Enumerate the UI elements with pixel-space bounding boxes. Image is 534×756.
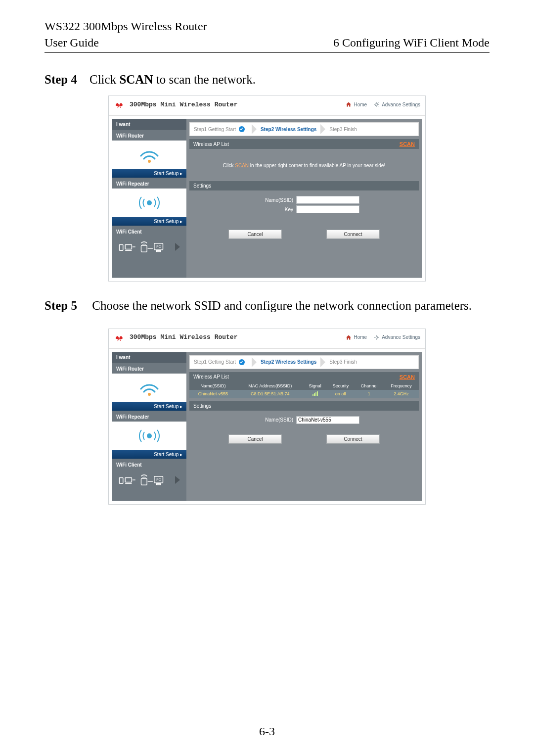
cancel-button[interactable]: Cancel: [228, 434, 282, 444]
chevron-right-icon: [175, 476, 180, 484]
sidebar-iwant: I want: [112, 119, 186, 130]
settings-label: Settings: [193, 403, 211, 409]
advance-settings-link[interactable]: Advance Settings: [374, 334, 420, 340]
router-title: 300Mbps Mini Wireless Router: [130, 101, 237, 108]
step5-block: Step 5 Choose the network SSID and confi…: [44, 296, 490, 316]
chevron-icon: [320, 357, 325, 367]
advance-label: Advance Settings: [382, 102, 420, 107]
svg-rect-12: [125, 245, 132, 249]
sidebar-wifi-router: WiFi Router: [112, 363, 186, 372]
svg-line-5: [375, 103, 376, 104]
sidebar-wifi-repeater: WiFi Repeater: [112, 178, 186, 187]
ap-table-header: Name(SSID) MAC Address(BSSID) Signal Sec…: [189, 382, 419, 390]
svg-rect-27: [119, 477, 123, 483]
sidebar-wifi-client: WiFi Client: [112, 226, 186, 235]
advance-settings-link[interactable]: Advance Settings: [374, 101, 420, 107]
check-icon: ✔: [239, 126, 245, 132]
advance-label: Advance Settings: [382, 334, 420, 340]
step4-line: Step 4 Click SCAN to scan the network.: [44, 73, 490, 87]
ap-table-row[interactable]: ChinaNet-v555 C8:D1:5E:51:AB:74 on off 1…: [189, 390, 419, 398]
sidebar-iwant: I want: [112, 352, 186, 363]
start-setup-router[interactable]: Start Setup ▸: [112, 402, 186, 411]
scan-button[interactable]: SCAN: [400, 141, 415, 147]
svg-point-26: [147, 434, 151, 438]
chevron-right-icon: [175, 243, 180, 251]
cancel-button[interactable]: Cancel: [228, 230, 282, 239]
wifi-client-icon: PC: [112, 468, 186, 492]
col-freq: Frequency: [384, 382, 419, 390]
main-panel: Step1 Getting Start ✔ Step2 Wireless Set…: [186, 119, 422, 278]
start-setup-repeater[interactable]: Start Setup ▸: [112, 450, 186, 459]
gear-icon: [374, 101, 380, 107]
svg-rect-31: [141, 478, 147, 485]
scan-hint-link[interactable]: SCAN: [235, 163, 249, 168]
svg-rect-28: [125, 477, 132, 482]
step4-scan-word: SCAN: [119, 73, 153, 86]
col-security: Security: [326, 382, 355, 390]
col-name: Name(SSID): [189, 382, 237, 390]
scan-button[interactable]: SCAN: [400, 374, 415, 380]
svg-text:PC: PC: [156, 478, 161, 481]
ssid-input[interactable]: [296, 416, 359, 424]
start-setup-repeater[interactable]: Start Setup ▸: [112, 217, 186, 226]
svg-rect-15: [141, 245, 147, 252]
check-icon: ✔: [239, 359, 245, 365]
hint-a: Click: [223, 163, 235, 168]
svg-point-25: [148, 393, 151, 396]
gear-icon: [374, 334, 380, 340]
router-screenshot-1: 300Mbps Mini Wireless Router Home Advanc…: [108, 95, 426, 282]
ssid-label: Name(SSID): [249, 417, 293, 423]
doc-product: WS322 300Mbps Wireless Router: [44, 20, 490, 33]
router-screenshot-2: 300Mbps Mini Wireless Router Home Advanc…: [108, 329, 426, 505]
svg-point-0: [376, 103, 378, 105]
sidebar: I want WiFi Router Start Setup ▸ WiFi Re…: [112, 119, 186, 278]
cell-security: on off: [326, 390, 355, 398]
svg-point-10: [147, 201, 151, 205]
doc-guide: User Guide: [44, 36, 99, 49]
main-panel: Step1 Getting Start ✔ Step2 Wireless Set…: [186, 352, 422, 501]
step4-text-b: to scan the network.: [153, 73, 256, 86]
cell-channel: 1: [355, 390, 383, 398]
ap-list-label: Wireless AP List: [193, 374, 229, 379]
bc-step3: Step3 Finish: [329, 359, 357, 365]
svg-text:PC: PC: [156, 245, 161, 248]
home-link[interactable]: Home: [346, 334, 367, 340]
home-label: Home: [354, 334, 367, 340]
wifi-repeater-icon: [112, 189, 186, 217]
col-signal: Signal: [304, 382, 326, 390]
home-icon: [346, 334, 352, 340]
key-input[interactable]: [296, 205, 359, 213]
chevron-icon: [252, 124, 257, 134]
ssid-label: Name(SSID): [249, 197, 293, 203]
ap-list-label: Wireless AP List: [193, 142, 229, 147]
home-icon: [346, 101, 352, 107]
step5-label: Step 5: [44, 296, 89, 316]
key-label: Key: [249, 207, 293, 212]
connect-button[interactable]: Connect: [326, 434, 380, 444]
scan-hint: Click SCAN in the upper right corner to …: [186, 149, 422, 178]
chevron-icon: [320, 124, 325, 134]
svg-line-7: [378, 103, 379, 104]
wifi-client-icon: PC: [112, 235, 186, 259]
svg-point-9: [148, 160, 151, 163]
settings-label: Settings: [193, 183, 211, 189]
wizard-breadcrumb: Step1 Getting Start ✔ Step2 Wireless Set…: [189, 122, 419, 136]
page-number: 6-3: [0, 725, 534, 738]
wizard-breadcrumb: Step1 Getting Start ✔ Step2 Wireless Set…: [189, 355, 419, 369]
sidebar: I want WiFi Router Start Setup ▸ WiFi Re…: [112, 352, 186, 501]
cell-name: ChinaNet-v555: [189, 390, 237, 398]
home-link[interactable]: Home: [346, 101, 367, 107]
connect-button[interactable]: Connect: [326, 230, 380, 239]
ssid-input[interactable]: [296, 196, 359, 204]
svg-line-8: [375, 105, 376, 106]
sidebar-wifi-client: WiFi Client: [112, 459, 186, 468]
ap-table: Name(SSID) MAC Address(BSSID) Signal Sec…: [189, 382, 419, 398]
svg-rect-11: [119, 245, 123, 251]
cell-freq: 2.4GHz: [384, 390, 419, 398]
bc-step1: Step1 Getting Start: [194, 359, 236, 365]
sidebar-wifi-repeater: WiFi Repeater: [112, 411, 186, 420]
router-title: 300Mbps Mini Wireless Router: [130, 333, 237, 341]
home-label: Home: [354, 102, 367, 107]
svg-rect-34: [156, 483, 161, 484]
start-setup-router[interactable]: Start Setup ▸: [112, 169, 186, 178]
